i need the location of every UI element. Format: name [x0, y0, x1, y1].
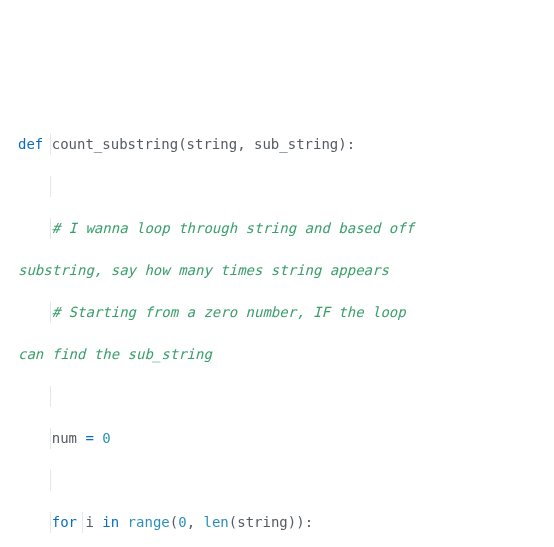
- builtin-range: range: [128, 514, 170, 530]
- comment: can find the sub_string: [18, 346, 212, 362]
- code-line: # I wanna loop through string and based …: [0, 218, 554, 239]
- code-text: num: [18, 430, 85, 446]
- code-line: [0, 176, 554, 197]
- builtin-len: len: [204, 514, 229, 530]
- number-literal: 0: [102, 430, 110, 446]
- code-line: for i in range(0, len(string)):: [0, 512, 554, 533]
- comment: # Starting from a zero number, IF the lo…: [18, 304, 414, 320]
- code-line: def count_substring(string, sub_string):: [0, 134, 554, 155]
- code-line: # Starting from a zero number, IF the lo…: [0, 302, 554, 323]
- keyword-for: for: [18, 514, 77, 530]
- code-editor: def count_substring(string, sub_string):…: [0, 92, 554, 547]
- code-line: can find the sub_string: [0, 344, 554, 365]
- code-line: num = 0: [0, 428, 554, 449]
- keyword-def: def: [18, 136, 43, 152]
- code-line: [0, 386, 554, 407]
- code-line: substring, say how many times string app…: [0, 260, 554, 281]
- comment: # I wanna loop through string and based …: [18, 220, 423, 236]
- code-text: (string, sub_string):: [178, 136, 355, 152]
- keyword-in: in: [102, 514, 119, 530]
- comment: substring, say how many times string app…: [18, 262, 389, 278]
- code-line: [0, 470, 554, 491]
- function-name: count_substring: [43, 136, 178, 152]
- operator: =: [85, 430, 93, 446]
